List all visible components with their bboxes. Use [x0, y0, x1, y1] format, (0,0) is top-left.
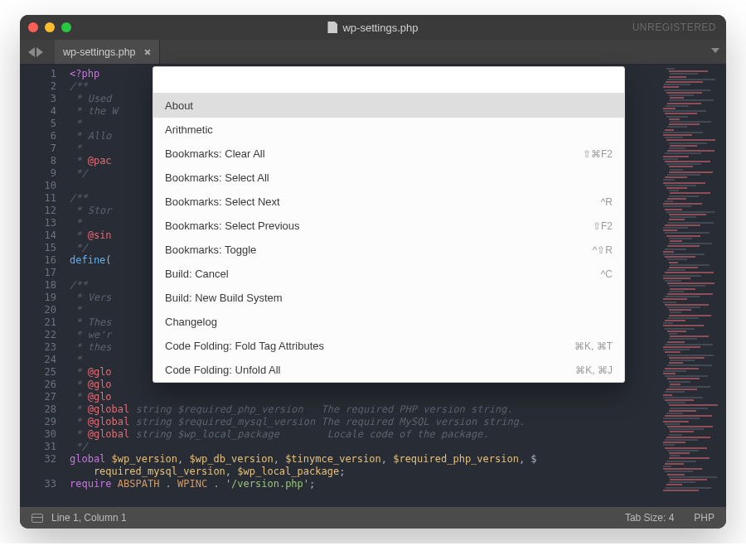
- command-label: Bookmarks: Select All: [165, 171, 269, 184]
- code-line[interactable]: * @global string $required_mysql_version…: [70, 416, 660, 428]
- command-palette-item[interactable]: Code Folding: Unfold All⌘K, ⌘J: [153, 358, 624, 382]
- toolbar: wp-settings.php: [20, 40, 726, 65]
- line-number: 29: [20, 416, 56, 428]
- code-line[interactable]: */: [70, 441, 660, 453]
- code-line[interactable]: required_mysql_version, $wp_local_packag…: [70, 466, 660, 478]
- cursor-position: Line 1, Column 1: [51, 512, 127, 524]
- command-shortcut: ⌘K, ⌘J: [575, 364, 613, 376]
- tab-bar: wp-settings.php: [55, 40, 160, 64]
- nav-back-icon[interactable]: [28, 47, 35, 57]
- line-number: 1: [20, 68, 56, 80]
- code-line[interactable]: * @glo: [70, 391, 660, 403]
- line-number: 21: [20, 316, 56, 329]
- command-shortcut: ^⇧R: [593, 244, 613, 256]
- code-line[interactable]: * @global string $wp_local_package Local…: [70, 428, 660, 441]
- command-label: Build: Cancel: [165, 268, 229, 280]
- registration-badge: UNREGISTERED: [632, 22, 716, 33]
- line-number: 17: [20, 267, 56, 279]
- panel-icon[interactable]: [31, 514, 43, 523]
- minimap[interactable]: [660, 65, 726, 507]
- line-number: 7: [20, 142, 56, 155]
- command-shortcut: ⇧⌘F2: [583, 148, 613, 160]
- line-number: 2: [20, 80, 56, 93]
- command-palette-search[interactable]: [153, 67, 624, 94]
- window-title: wp-settings.php: [20, 22, 726, 34]
- command-palette-item[interactable]: Code Folding: Fold Tag Attributes⌘K, ⌘T: [153, 334, 624, 358]
- line-number: 14: [20, 229, 56, 242]
- maximize-icon[interactable]: [61, 22, 71, 32]
- line-number: 16: [20, 254, 56, 267]
- line-number: 20: [20, 304, 56, 316]
- line-number: 24: [20, 354, 56, 366]
- command-palette-item[interactable]: Changelog: [153, 310, 624, 334]
- command-label: Code Folding: Unfold All: [165, 364, 280, 376]
- close-icon[interactable]: [144, 49, 151, 56]
- command-shortcut: ^C: [601, 268, 613, 280]
- statusbar: Line 1, Column 1 Tab Size: 4 PHP: [20, 507, 726, 529]
- command-shortcut: ^R: [601, 196, 613, 208]
- command-label: Code Folding: Fold Tag Attributes: [165, 340, 324, 352]
- command-label: Bookmarks: Select Previous: [165, 220, 300, 232]
- line-number: 11: [20, 192, 56, 205]
- line-number: 4: [20, 105, 56, 118]
- tab-size-label[interactable]: Tab Size: 4: [625, 512, 674, 524]
- line-number: 13: [20, 217, 56, 229]
- nav-forward-icon[interactable]: [36, 47, 43, 57]
- code-line[interactable]: require ABSPATH . WPINC . '/version.php'…: [70, 478, 660, 490]
- command-label: Build: New Build System: [165, 292, 283, 304]
- tab-file[interactable]: wp-settings.php: [55, 40, 160, 64]
- line-number: 15: [20, 242, 56, 254]
- command-palette-item[interactable]: Bookmarks: Select Previous⇧F2: [153, 214, 624, 238]
- command-label: Bookmarks: Toggle: [165, 244, 256, 256]
- line-gutter: 1234567891011121314151617181920212223242…: [20, 65, 65, 507]
- line-number: 32: [20, 453, 56, 466]
- close-icon[interactable]: [28, 22, 38, 32]
- line-number: 6: [20, 130, 56, 142]
- line-number: 27: [20, 391, 56, 403]
- command-shortcut: ⇧F2: [593, 220, 613, 232]
- line-number: 19: [20, 292, 56, 304]
- command-label: Bookmarks: Clear All: [165, 147, 265, 160]
- command-palette: AboutArithmeticBookmarks: Clear All⇧⌘F2B…: [153, 66, 625, 383]
- editor-window: wp-settings.php UNREGISTERED wp-settings…: [20, 15, 726, 529]
- command-palette-item[interactable]: Build: Cancel^C: [153, 262, 624, 286]
- line-number: 26: [20, 379, 56, 391]
- line-number: 3: [20, 93, 56, 105]
- line-number: 5: [20, 118, 56, 130]
- traffic-lights: [28, 22, 71, 32]
- command-label: Arithmetic: [165, 123, 213, 136]
- command-label: Bookmarks: Select Next: [165, 196, 280, 208]
- code-line[interactable]: global $wp_version, $wp_db_version, $tin…: [70, 453, 660, 466]
- command-palette-item[interactable]: Bookmarks: Select Next^R: [153, 190, 624, 214]
- titlebar: wp-settings.php UNREGISTERED: [20, 15, 726, 40]
- command-palette-item[interactable]: Bookmarks: Select All: [153, 166, 624, 190]
- command-palette-item[interactable]: Bookmarks: Toggle^⇧R: [153, 238, 624, 262]
- command-palette-item[interactable]: About: [153, 94, 624, 118]
- nav-arrows: [28, 47, 43, 57]
- line-number: 33: [20, 478, 56, 490]
- file-icon: [327, 22, 337, 33]
- line-number: 22: [20, 329, 56, 341]
- line-number: 9: [20, 167, 56, 180]
- code-line[interactable]: * @global string $required_php_version T…: [70, 403, 660, 416]
- window-title-text: wp-settings.php: [342, 22, 418, 34]
- line-number: 8: [20, 155, 56, 167]
- command-shortcut: ⌘K, ⌘T: [574, 340, 613, 352]
- language-label[interactable]: PHP: [694, 512, 715, 524]
- line-number: 12: [20, 205, 56, 217]
- line-number: 18: [20, 279, 56, 292]
- command-label: About: [165, 99, 193, 112]
- line-number: 10: [20, 180, 56, 192]
- line-number: 28: [20, 403, 56, 416]
- command-palette-item[interactable]: Bookmarks: Clear All⇧⌘F2: [153, 142, 624, 166]
- line-number: 31: [20, 441, 56, 453]
- command-label: Changelog: [165, 316, 217, 328]
- command-palette-item[interactable]: Arithmetic: [153, 118, 624, 142]
- line-number: 23: [20, 341, 56, 354]
- line-number: 30: [20, 428, 56, 441]
- tab-label: wp-settings.php: [63, 46, 136, 58]
- command-palette-list: AboutArithmeticBookmarks: Clear All⇧⌘F2B…: [153, 94, 624, 382]
- minimize-icon[interactable]: [45, 22, 55, 32]
- command-palette-item[interactable]: Build: New Build System: [153, 286, 624, 310]
- overflow-menu-icon[interactable]: [711, 48, 719, 53]
